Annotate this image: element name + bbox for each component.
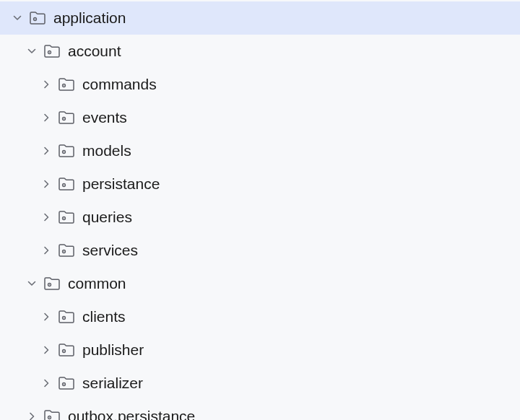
tree-item-label: common (68, 275, 126, 292)
chevron-right-icon (39, 178, 53, 190)
tree-item-models[interactable]: models (0, 134, 520, 167)
package-folder-icon (58, 110, 77, 125)
package-folder-icon (58, 343, 77, 357)
chevron-right-icon (39, 377, 53, 389)
tree-item-label: events (82, 109, 127, 126)
chevron-right-icon (39, 79, 53, 90)
chevron-down-icon (25, 278, 39, 289)
tree-item-outbox-persistance[interactable]: outbox.persistance (0, 400, 520, 420)
project-tree: application account commands events mode… (0, 0, 520, 420)
package-folder-icon (58, 376, 77, 390)
tree-item-account[interactable]: account (0, 35, 520, 68)
package-folder-icon (58, 177, 77, 191)
chevron-down-icon (10, 12, 25, 24)
package-folder-icon (29, 11, 48, 25)
tree-item-label: publisher (82, 341, 144, 359)
tree-item-publisher[interactable]: publisher (0, 333, 520, 367)
package-folder-icon (58, 243, 77, 258)
tree-item-services[interactable]: services (0, 234, 520, 267)
chevron-right-icon (39, 311, 53, 323)
tree-item-queries[interactable]: queries (0, 201, 520, 234)
package-folder-icon (58, 77, 77, 92)
tree-item-label: persistance (82, 175, 160, 193)
package-folder-icon (43, 44, 62, 58)
chevron-right-icon (39, 245, 53, 256)
chevron-right-icon (25, 411, 39, 420)
chevron-down-icon (25, 45, 39, 57)
tree-item-commands[interactable]: commands (0, 68, 520, 101)
tree-item-label: models (82, 142, 131, 159)
tree-item-label: serializer (82, 375, 143, 392)
tree-item-persistance[interactable]: persistance (0, 167, 520, 201)
tree-item-label: clients (82, 308, 126, 325)
chevron-right-icon (39, 344, 53, 356)
tree-item-label: outbox.persistance (68, 408, 195, 420)
tree-item-label: queries (82, 209, 132, 226)
chevron-right-icon (39, 211, 53, 223)
tree-item-label: commands (82, 76, 157, 93)
tree-item-label: services (82, 242, 138, 259)
tree-item-common[interactable]: common (0, 267, 520, 300)
chevron-right-icon (39, 112, 53, 123)
tree-item-label: account (68, 43, 121, 60)
package-folder-icon (58, 210, 77, 224)
tree-item-events[interactable]: events (0, 101, 520, 134)
chevron-right-icon (39, 145, 53, 157)
tree-item-clients[interactable]: clients (0, 300, 520, 333)
tree-item-serializer[interactable]: serializer (0, 367, 520, 400)
package-folder-icon (43, 409, 62, 420)
package-folder-icon (58, 310, 77, 324)
package-folder-icon (43, 276, 62, 291)
tree-item-label: application (53, 9, 126, 27)
package-folder-icon (58, 144, 77, 158)
tree-item-application[interactable]: application (0, 1, 520, 35)
